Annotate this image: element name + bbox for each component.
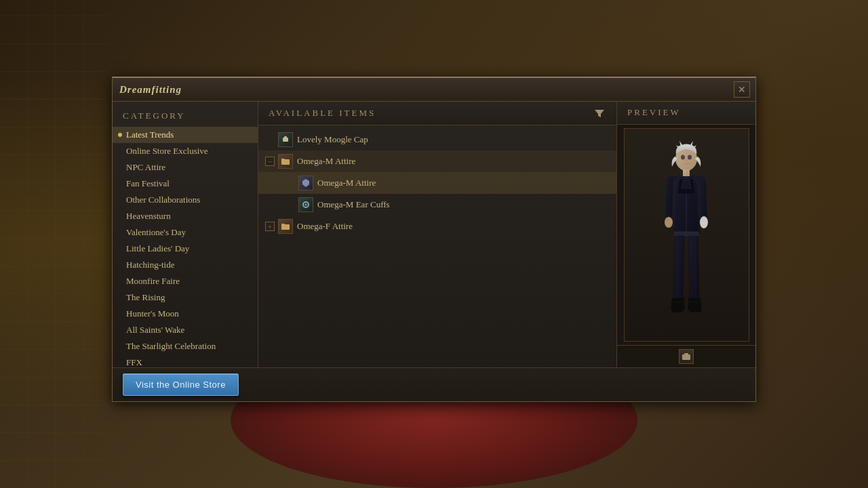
sidebar-item-ffx[interactable]: FFX [113, 354, 258, 367]
expand-icon[interactable]: + [265, 222, 275, 231]
svg-point-13 [688, 155, 692, 160]
svg-rect-2 [284, 136, 287, 138]
items-list: Lovely Moogle Cap − Omega-M Attire [258, 125, 616, 367]
sidebar-item-online-store-exclusive[interactable]: Online Store Exclusive [113, 143, 258, 159]
preview-frame [624, 128, 749, 342]
sidebar-item-latest-trends[interactable]: Latest Trends [113, 127, 258, 143]
sidebar-item-valentiones-day[interactable]: Valentione's Day [113, 224, 258, 241]
collapse-icon[interactable]: − [265, 157, 275, 166]
svg-rect-6 [281, 224, 290, 230]
items-header: Available Items [258, 102, 616, 125]
sidebar-item-starlight-celebration[interactable]: The Starlight Celebration [113, 338, 258, 354]
dreamfitting-dialog: Dreamfitting ✕ Category Latest Trends On… [112, 77, 756, 402]
available-items-label: Available Items [269, 108, 376, 119]
camera-button[interactable] [679, 349, 694, 364]
dialog-body: Category Latest Trends Online Store Excl… [113, 102, 755, 367]
preview-panel: Preview [616, 102, 755, 367]
background-pattern [0, 0, 108, 488]
list-item[interactable]: Omega-M Ear Cuffs [258, 194, 616, 216]
character-preview [656, 140, 717, 329]
list-item[interactable]: Omega-M Attire [258, 172, 616, 194]
filter-icon[interactable] [593, 106, 606, 120]
item-icon-folder [278, 219, 293, 234]
item-icon-folder [278, 154, 293, 169]
svg-rect-23 [684, 353, 688, 355]
sidebar-item-all-saints-wake[interactable]: All Saints' Wake [113, 322, 258, 338]
svg-rect-15 [683, 169, 690, 176]
sidebar-item-other-collaborations[interactable]: Other Collaborations [113, 192, 258, 208]
svg-point-19 [700, 216, 708, 228]
visit-online-store-button[interactable]: Visit the Online Store [123, 373, 239, 396]
svg-marker-0 [595, 110, 604, 117]
preview-label: Preview [627, 107, 681, 118]
svg-rect-3 [281, 159, 290, 165]
svg-point-12 [681, 155, 685, 160]
items-panel: Available Items [258, 102, 616, 367]
category-header: Category [113, 107, 258, 127]
svg-point-14 [685, 160, 688, 162]
svg-point-18 [665, 217, 673, 228]
list-item[interactable]: Lovely Moogle Cap [258, 129, 616, 150]
item-icon-armor [298, 176, 313, 190]
preview-image-area [617, 125, 755, 345]
sidebar-item-heavensturn[interactable]: Heavensturn [113, 208, 258, 224]
sidebar-item-fan-festival[interactable]: Fan Festival [113, 176, 258, 192]
preview-controls [617, 345, 755, 368]
preview-header: Preview [617, 102, 755, 125]
sidebar-item-npc-attire[interactable]: NPC Attire [113, 159, 258, 176]
category-sidebar: Category Latest Trends Online Store Excl… [113, 102, 258, 367]
item-icon-accessory [278, 132, 293, 147]
dialog-title: Dreamfitting [119, 84, 182, 96]
sidebar-item-the-rising[interactable]: The Rising [113, 289, 258, 306]
sidebar-item-hatching-tide[interactable]: Hatching-tide [113, 257, 258, 273]
list-item[interactable]: − Omega-M Attire [258, 150, 616, 172]
svg-rect-20 [674, 232, 698, 236]
sidebar-item-hunters-moon[interactable]: Hunter's Moon [113, 306, 258, 322]
close-button[interactable]: ✕ [734, 81, 750, 98]
dialog-title-bar: Dreamfitting ✕ [113, 78, 755, 102]
item-icon-accessory [298, 197, 313, 212]
sidebar-item-little-ladies-day[interactable]: Little Ladies' Day [113, 241, 258, 257]
list-item[interactable]: + Omega-F Attire [258, 216, 616, 237]
svg-point-5 [305, 204, 307, 206]
sidebar-item-moonfire-faire[interactable]: Moonfire Faire [113, 273, 258, 289]
dialog-footer: Visit the Online Store [113, 367, 755, 401]
